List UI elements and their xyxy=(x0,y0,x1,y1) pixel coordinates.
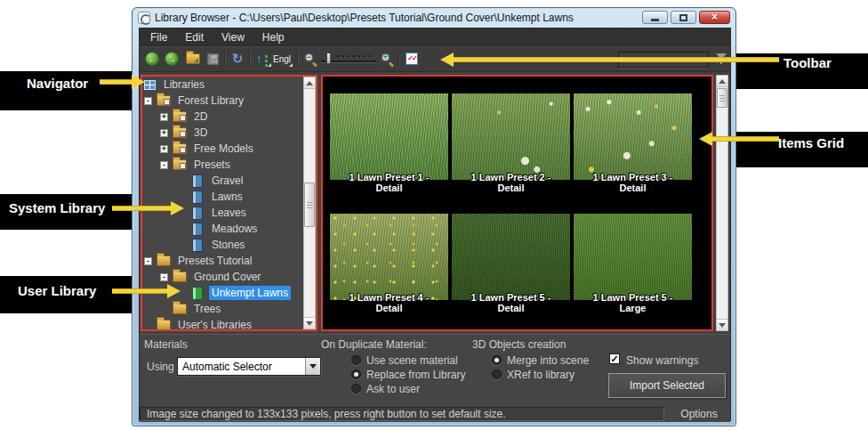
title-bar: Library Browser - C:\Users\Paul\Desktop\… xyxy=(133,8,735,28)
locked-folder-icon xyxy=(173,111,187,122)
tree-scrollbar[interactable] xyxy=(303,77,316,329)
back-button[interactable] xyxy=(143,50,161,68)
tree-item-ground-cover[interactable]: Ground Cover xyxy=(142,269,302,285)
language-button[interactable]: Engl xyxy=(271,50,293,68)
scroll-up-button[interactable] xyxy=(304,77,315,89)
user-library-arrow xyxy=(112,288,167,294)
zoom-in-button[interactable]: + xyxy=(378,50,396,68)
items-grid: 1 Lawn Preset 1 - Detail 1 Lawn Preset 2… xyxy=(321,75,713,331)
slider-thumb[interactable] xyxy=(326,53,331,64)
expand-icon[interactable] xyxy=(160,129,168,137)
navigator-callout: Navigator xyxy=(0,71,132,110)
material-selector-dropdown[interactable]: Automatic Selector xyxy=(177,357,321,376)
status-message: Image size changed to 133x133 pixels, pr… xyxy=(140,407,664,421)
tree-item-forest-library[interactable]: Forest Library xyxy=(142,93,302,109)
open-folder-icon xyxy=(186,53,200,64)
grid-item-1[interactable]: 1 Lawn Preset 1 - Detail xyxy=(330,93,448,193)
grid-item-5[interactable]: 1 Lawn Preset 5 - Detail xyxy=(452,214,570,313)
preset-caption: 1 Lawn Preset 4 - Detail xyxy=(330,292,448,313)
tree-item-presets-tutorial[interactable]: Presets Tutorial xyxy=(142,253,302,269)
open-library-button[interactable] xyxy=(184,50,202,68)
grid-scrollbar[interactable] xyxy=(716,75,728,331)
tree-item-stones[interactable]: Stones xyxy=(142,237,302,253)
sort-button[interactable] xyxy=(253,50,271,68)
close-button[interactable]: × xyxy=(699,11,730,24)
tree-item-libraries[interactable]: Libraries xyxy=(142,77,302,93)
collapse-icon[interactable] xyxy=(160,273,168,281)
tree-item-label: Gravel xyxy=(209,174,245,188)
refresh-button[interactable] xyxy=(229,50,246,68)
radio-ask-to-user[interactable] xyxy=(351,384,361,393)
scroll-up-button[interactable] xyxy=(717,76,727,87)
toolbar-separator xyxy=(249,52,250,66)
preset-thumbnail[interactable] xyxy=(452,93,570,180)
preset-caption: 1 Lawn Preset 2 - Detail xyxy=(452,172,570,193)
expand-icon[interactable] xyxy=(160,113,168,121)
scroll-down-button[interactable] xyxy=(717,319,727,330)
tree-item-presets[interactable]: Presets xyxy=(142,157,302,173)
radio-label[interactable]: Merge into scene xyxy=(507,354,589,367)
tree-item-free-models[interactable]: Free Models xyxy=(142,141,302,157)
preset-subtitle: Large xyxy=(574,303,692,313)
using-label: Using xyxy=(147,361,174,373)
menu-help[interactable]: Help xyxy=(253,29,293,45)
content-area: Libraries Forest Library 2D 3D xyxy=(140,72,730,334)
folder-icon xyxy=(157,256,171,266)
save-button[interactable] xyxy=(204,50,221,68)
tree-item-label: Trees xyxy=(191,302,223,316)
refresh-icon xyxy=(232,51,244,67)
system-library-arrowhead xyxy=(171,201,184,215)
preset-thumbnail[interactable] xyxy=(330,214,448,300)
collapse-icon[interactable] xyxy=(144,257,152,265)
import-selected-button[interactable]: Import Selected xyxy=(608,373,726,398)
preset-thumbnail[interactable] xyxy=(574,93,692,180)
status-options-button[interactable]: Options xyxy=(677,408,721,420)
scroll-thumb[interactable] xyxy=(304,183,315,227)
maximize-button[interactable] xyxy=(671,11,696,24)
tree-item-gravel[interactable]: Gravel xyxy=(142,173,302,189)
show-warnings-label[interactable]: Show warnings xyxy=(626,354,698,367)
scroll-down-button[interactable] xyxy=(304,317,315,329)
menu-edit[interactable]: Edit xyxy=(176,29,213,45)
show-warnings-checkbox[interactable] xyxy=(609,353,620,364)
radio-label[interactable]: Ask to user xyxy=(366,383,420,395)
scroll-thumb[interactable] xyxy=(717,88,727,108)
library-book-icon xyxy=(192,174,203,188)
menu-file[interactable]: File xyxy=(141,29,176,45)
radio-label[interactable]: Replace from Library xyxy=(366,369,465,381)
tree-item-trees[interactable]: Trees xyxy=(142,301,302,317)
radio-xref-to-library[interactable] xyxy=(492,369,502,379)
tree-item-meadows[interactable]: Meadows xyxy=(142,221,302,237)
grid-item-4[interactable]: 1 Lawn Preset 4 - Detail xyxy=(330,214,448,313)
preset-thumbnail[interactable] xyxy=(330,93,448,180)
grid-item-6[interactable]: 1 Lawn Preset 5 - Large xyxy=(574,214,692,313)
items-grid-callout-label: Items Grid xyxy=(778,135,844,150)
collapse-icon[interactable] xyxy=(144,97,152,105)
minimize-button[interactable] xyxy=(642,11,668,24)
forward-button[interactable] xyxy=(163,50,181,68)
preset-subtitle: Detail xyxy=(330,183,448,193)
grid-item-2[interactable]: 1 Lawn Preset 2 - Detail xyxy=(452,93,570,193)
radio-use-scene-material[interactable] xyxy=(351,355,361,365)
tree-item-users-libraries[interactable]: User's Libraries xyxy=(142,317,302,333)
radio-label[interactable]: Use scene material xyxy=(366,354,458,367)
tree-item-lawns[interactable]: Lawns xyxy=(142,189,302,205)
tree-item-label: Presets Tutorial xyxy=(175,254,254,268)
preset-thumbnail[interactable] xyxy=(452,214,570,300)
preset-thumbnail[interactable] xyxy=(574,214,692,300)
expand-icon[interactable] xyxy=(160,145,168,153)
radio-replace-from-library[interactable] xyxy=(351,369,361,379)
tree-item-2d[interactable]: 2D xyxy=(142,109,302,125)
preset-caption: 1 Lawn Preset 3 - Detail xyxy=(574,172,692,193)
toolbar-separator xyxy=(224,52,225,66)
thumbnail-size-slider[interactable] xyxy=(321,53,376,65)
zoom-out-button[interactable]: − xyxy=(301,50,319,68)
verify-items-button[interactable] xyxy=(403,50,421,68)
tree-item-label: 3D xyxy=(191,126,210,140)
radio-merge-into-scene[interactable] xyxy=(492,355,502,365)
collapse-icon[interactable] xyxy=(160,161,168,169)
grid-item-3[interactable]: 1 Lawn Preset 3 - Detail xyxy=(574,93,692,193)
radio-label[interactable]: XRef to library xyxy=(507,369,575,381)
tree-item-3d[interactable]: 3D xyxy=(142,125,302,141)
menu-view[interactable]: View xyxy=(213,29,253,45)
